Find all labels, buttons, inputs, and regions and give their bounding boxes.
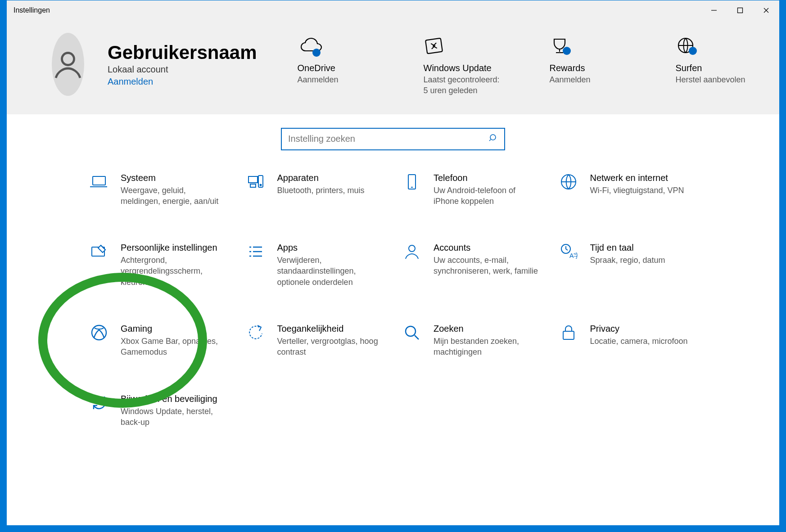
svg-rect-1 (738, 8, 743, 13)
header-area: Gebruikersnaam Lokaal account Aanmelden … (7, 20, 779, 114)
devices-icon (246, 173, 266, 193)
lock-icon (559, 324, 578, 343)
svg-text:A字: A字 (569, 252, 578, 259)
tile-title: Apps (277, 243, 384, 253)
search-input[interactable] (288, 134, 489, 144)
status-sub: Laatst gecontroleerd: 5 uren geleden (424, 74, 500, 96)
phone-icon (402, 173, 422, 193)
svg-rect-12 (93, 176, 105, 185)
svg-point-16 (260, 184, 261, 185)
svg-point-10 (490, 135, 496, 140)
tile-title: Bijwerken en beveiliging (121, 394, 228, 404)
svg-line-33 (415, 335, 419, 339)
status-title: OneDrive (298, 63, 374, 73)
tile-title: Zoeken (434, 324, 541, 334)
tile-title: Apparaten (277, 173, 365, 183)
user-signin-link[interactable]: Aanmelden (108, 77, 257, 87)
accessibility-icon (246, 324, 266, 343)
tile-gaming[interactable]: Gaming Xbox Game Bar, opnames, Gamemodus (89, 324, 228, 358)
settings-window: Instellingen Gebruikersnaam Lokaal accou… (6, 0, 780, 526)
main-area: Systeem Weergave, geluid, meldingen, ene… (7, 114, 779, 525)
window-controls (701, 0, 779, 20)
user-name: Gebruikersnaam (108, 42, 257, 63)
tile-accessibility[interactable]: Toegankelijkheid Verteller, vergrootglas… (246, 324, 384, 358)
rewards-icon (550, 33, 626, 62)
svg-point-5 (312, 49, 321, 57)
tile-update-security[interactable]: Bijwerken en beveiliging Windows Update,… (89, 394, 228, 428)
tile-desc: Uw accounts, e-mail, synchroniseren, wer… (434, 255, 541, 277)
tile-personalize[interactable]: Persoonlijke instellingen Achtergrond, v… (89, 243, 228, 288)
svg-point-4 (62, 53, 74, 65)
tile-search[interactable]: Zoeken Mijn bestanden zoeken, machtiging… (402, 324, 541, 358)
apps-icon (246, 243, 266, 262)
status-title: Windows Update (424, 63, 500, 73)
avatar[interactable] (52, 33, 84, 96)
tile-title: Persoonlijke instellingen (121, 243, 228, 253)
svg-point-32 (406, 326, 416, 336)
search-icon (489, 133, 498, 144)
tile-system[interactable]: Systeem Weergave, geluid, meldingen, ene… (89, 173, 228, 207)
status-sub: Herstel aanbevolen (676, 74, 752, 85)
user-account-type: Lokaal account (108, 64, 257, 75)
update-icon (424, 33, 500, 62)
svg-rect-17 (250, 184, 256, 187)
tile-desc: Verteller, vergrootglas, hoog contrast (277, 336, 384, 358)
window-title: Instellingen (14, 6, 50, 14)
tile-title: Accounts (434, 243, 541, 253)
maximize-button[interactable] (727, 0, 753, 20)
svg-rect-34 (563, 331, 574, 339)
status-rewards[interactable]: Rewards Aanmelden (550, 33, 626, 85)
tile-title: Privacy (590, 324, 688, 334)
tile-devices[interactable]: Apparaten Bluetooth, printers, muis (246, 173, 384, 207)
tile-accounts[interactable]: Accounts Uw accounts, e-mail, synchronis… (402, 243, 541, 288)
sync-icon (89, 394, 109, 414)
tile-title: Toegankelijkheid (277, 324, 384, 334)
tile-desc: Uw Android-telefoon of iPhone koppelen (434, 185, 541, 207)
svg-point-7 (563, 47, 571, 55)
status-sub: Aanmelden (550, 74, 626, 85)
tile-title: Gaming (121, 324, 228, 334)
laptop-icon (89, 173, 109, 193)
status-sub: Aanmelden (298, 74, 374, 85)
tile-desc: Weergave, geluid, meldingen, energie, aa… (121, 185, 228, 207)
cloud-icon (298, 33, 374, 62)
tile-desc: Spraak, regio, datum (590, 255, 665, 266)
minimize-button[interactable] (701, 0, 727, 20)
tile-apps[interactable]: Apps Verwijderen, standaardinstellingen,… (246, 243, 384, 288)
time-language-icon: A字 (559, 243, 578, 262)
tile-desc: Windows Update, herstel, back-up (121, 406, 228, 428)
tile-network[interactable]: Netwerk en internet Wi-Fi, vliegtuigstan… (559, 173, 697, 207)
status-onedrive[interactable]: OneDrive Aanmelden (298, 33, 374, 85)
tile-desc: Locatie, camera, microfoon (590, 336, 688, 347)
user-info: Gebruikersnaam Lokaal account Aanmelden (108, 42, 257, 87)
tile-phone[interactable]: Telefoon Uw Android-telefoon of iPhone k… (402, 173, 541, 207)
svg-rect-6 (425, 38, 443, 53)
tile-title: Systeem (121, 173, 228, 183)
person-icon (402, 243, 422, 262)
close-button[interactable] (753, 0, 779, 20)
globe-icon (559, 173, 578, 193)
tile-privacy[interactable]: Privacy Locatie, camera, microfoon (559, 324, 697, 358)
status-title: Rewards (550, 63, 626, 73)
svg-rect-14 (248, 176, 257, 183)
status-title: Surfen (676, 63, 752, 73)
tile-desc: Mijn bestanden zoeken, machtigingen (434, 336, 541, 358)
tile-desc: Wi-Fi, vliegtuigstand, VPN (590, 185, 684, 196)
personalize-icon (89, 243, 109, 262)
status-windows-update[interactable]: Windows Update Laatst gecontroleerd: 5 u… (424, 33, 500, 96)
status-browser[interactable]: Surfen Herstel aanbevolen (676, 33, 752, 85)
search-icon (402, 324, 422, 343)
tile-time-language[interactable]: A字 Tijd en taal Spraak, regio, datum (559, 243, 697, 288)
titlebar: Instellingen (7, 0, 779, 20)
tile-desc: Xbox Game Bar, opnames, Gamemodus (121, 336, 228, 358)
categories-grid: Systeem Weergave, geluid, meldingen, ene… (89, 173, 697, 428)
tile-desc: Verwijderen, standaardinstellingen, opti… (277, 255, 384, 288)
globe-icon (676, 33, 752, 62)
svg-line-11 (489, 140, 491, 141)
xbox-icon (89, 324, 109, 343)
tile-desc: Bluetooth, printers, muis (277, 185, 365, 196)
svg-point-9 (689, 47, 697, 55)
tile-title: Telefoon (434, 173, 541, 183)
tile-title: Netwerk en internet (590, 173, 684, 183)
search-box[interactable] (281, 128, 505, 150)
